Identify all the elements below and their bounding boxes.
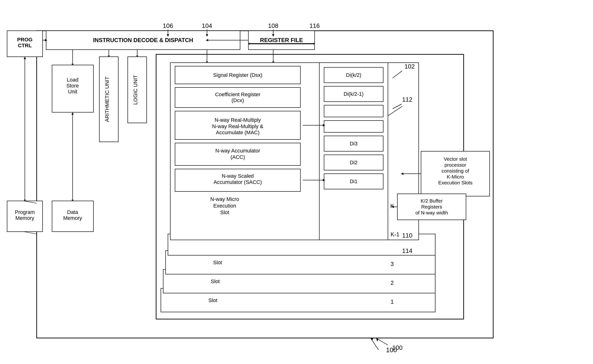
- svg-text:Unit: Unit: [68, 89, 77, 95]
- svg-marker-85: [272, 34, 274, 37]
- svg-marker-79: [206, 34, 208, 37]
- svg-text:Program: Program: [15, 209, 35, 215]
- svg-rect-54: [324, 174, 383, 189]
- svg-rect-44: [324, 67, 383, 83]
- svg-text:100: 100: [392, 344, 402, 351]
- svg-marker-103: [206, 61, 208, 63]
- svg-line-132: [371, 339, 378, 350]
- svg-rect-6: [248, 31, 315, 50]
- svg-rect-0: [37, 31, 493, 338]
- svg-rect-1: [7, 31, 43, 57]
- svg-text:K: K: [390, 203, 394, 209]
- svg-marker-133: [370, 338, 373, 340]
- svg-text:PROG: PROG: [17, 37, 33, 43]
- svg-text:Slot: Slot: [208, 297, 217, 303]
- svg-marker-74: [376, 338, 378, 342]
- svg-marker-128: [401, 173, 403, 175]
- svg-text:Slot: Slot: [213, 260, 222, 266]
- diagram-container: PROG CTRL INSTRUCTION DECODE & DISPATCH …: [0, 0, 593, 364]
- svg-text:Di(k/2-1): Di(k/2-1): [344, 91, 363, 97]
- svg-marker-106: [45, 39, 47, 41]
- svg-text:LOGIC UNIT: LOGIC UNIT: [132, 75, 138, 105]
- svg-rect-24: [170, 63, 419, 240]
- svg-text:Memory: Memory: [63, 215, 82, 221]
- svg-text:104: 104: [202, 22, 212, 29]
- svg-text:Signal Register (Dsx): Signal Register (Dsx): [213, 72, 262, 78]
- svg-text:N-way Real-Multiply: N-way Real-Multiply: [215, 117, 261, 123]
- svg-rect-25: [175, 66, 300, 84]
- svg-text:N-way Accumulator: N-way Accumulator: [215, 148, 260, 154]
- svg-text:Slot: Slot: [220, 209, 229, 215]
- svg-text:Di(k/2): Di(k/2): [346, 72, 362, 78]
- svg-text:of N-way width: of N-way width: [415, 210, 448, 215]
- svg-text:Di3: Di3: [349, 141, 357, 147]
- svg-text:Accumulate (MAC): Accumulate (MAC): [216, 130, 260, 136]
- svg-text:(ACC): (ACC): [231, 154, 245, 160]
- svg-text:Vector slot: Vector slot: [444, 156, 467, 162]
- svg-marker-82: [167, 34, 169, 37]
- svg-rect-62: [421, 151, 490, 196]
- svg-line-130: [24, 232, 37, 234]
- svg-rect-68: [397, 194, 466, 220]
- svg-text:N-way Real-Multiply &: N-way Real-Multiply &: [212, 124, 264, 129]
- svg-line-88: [393, 104, 402, 109]
- svg-text:2: 2: [390, 280, 394, 286]
- svg-text:REGISTER FILE: REGISTER FILE: [260, 37, 303, 43]
- svg-marker-126: [391, 206, 394, 208]
- svg-text:102: 102: [404, 63, 415, 70]
- svg-marker-112: [72, 200, 74, 201]
- svg-marker-116: [272, 61, 274, 63]
- svg-text:110: 110: [402, 232, 412, 239]
- svg-rect-17: [161, 288, 435, 312]
- svg-marker-108: [24, 57, 26, 59]
- svg-marker-111: [72, 112, 74, 115]
- svg-rect-16: [156, 54, 464, 319]
- arrows-svg: PROG CTRL INSTRUCTION DECODE & DISPATCH …: [0, 0, 593, 364]
- svg-rect-52: [324, 155, 383, 170]
- svg-marker-118: [248, 43, 250, 45]
- svg-text:consisting of: consisting of: [441, 168, 469, 174]
- svg-text:N-way Scaled: N-way Scaled: [222, 173, 254, 179]
- svg-text:Memory: Memory: [15, 215, 34, 221]
- svg-text:K-1: K-1: [390, 231, 399, 238]
- svg-rect-43: [319, 63, 388, 240]
- svg-line-120: [388, 106, 402, 116]
- svg-text:Data: Data: [67, 209, 78, 215]
- svg-text:114: 114: [402, 247, 412, 254]
- svg-rect-23: [168, 234, 435, 255]
- svg-rect-50: [324, 136, 383, 151]
- svg-rect-37: [175, 169, 300, 191]
- svg-text:Di2: Di2: [349, 160, 357, 165]
- svg-text:100: 100: [386, 346, 397, 354]
- svg-rect-48: [324, 105, 383, 117]
- svg-line-76: [393, 71, 402, 78]
- svg-rect-30: [175, 111, 300, 139]
- svg-line-129: [24, 201, 37, 203]
- svg-text:112: 112: [402, 96, 412, 103]
- svg-text:K-Micro: K-Micro: [447, 174, 464, 179]
- svg-text:ARITHMETIC UNIT: ARITHMETIC UNIT: [104, 77, 110, 122]
- svg-text:108: 108: [268, 22, 278, 29]
- svg-text:3: 3: [390, 261, 394, 267]
- svg-rect-46: [324, 86, 383, 102]
- svg-text:Load: Load: [67, 77, 79, 83]
- svg-rect-56: [7, 201, 43, 232]
- svg-rect-21: [165, 251, 435, 274]
- svg-marker-99: [108, 56, 110, 57]
- svg-text:Registers: Registers: [421, 204, 442, 209]
- svg-text:Coefficient Register: Coefficient Register: [215, 91, 260, 98]
- svg-text:Accumulator (SACC): Accumulator (SACC): [214, 179, 262, 185]
- svg-rect-49: [324, 121, 383, 132]
- svg-text:1: 1: [390, 299, 394, 305]
- svg-text:processor: processor: [444, 162, 466, 168]
- svg-rect-27: [175, 87, 300, 108]
- svg-marker-101: [136, 56, 138, 57]
- svg-marker-109: [24, 200, 26, 201]
- svg-text:Store: Store: [66, 83, 79, 89]
- svg-marker-97: [72, 64, 74, 65]
- svg-text:Slot: Slot: [211, 279, 220, 284]
- svg-text:INSTRUCTION DECODE & DISPATCH: INSTRUCTION DECODE & DISPATCH: [93, 37, 193, 43]
- svg-rect-14: [128, 57, 147, 123]
- svg-marker-122: [323, 124, 325, 126]
- svg-rect-34: [175, 143, 300, 165]
